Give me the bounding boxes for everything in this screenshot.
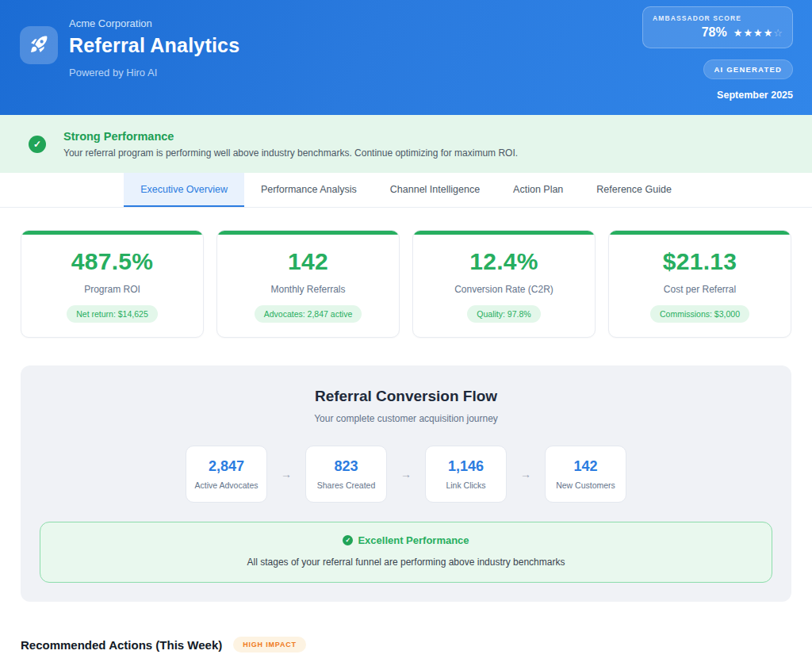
metric-label: Monthly Referrals <box>217 284 399 295</box>
arrow-right-icon: → <box>277 468 296 480</box>
tab-action-plan[interactable]: Action Plan <box>496 173 580 207</box>
star-filled-icon: ★ <box>733 28 743 38</box>
conversion-flow-section: Referral Conversion Flow Your complete c… <box>21 365 791 602</box>
flow-step-active-advocates: 2,847 Active Advocates <box>186 446 267 503</box>
flow-step-value: 2,847 <box>209 458 244 475</box>
arrow-right-icon: → <box>396 468 416 480</box>
status-banner-description: Your referral program is performing well… <box>63 147 518 159</box>
ai-generated-badge: AI GENERATED <box>703 59 793 79</box>
status-banner: ✓ Strong Performance Your referral progr… <box>0 115 812 173</box>
tab-bar: Executive Overview Performance Analysis … <box>0 173 812 208</box>
star-filled-icon: ★ <box>764 28 773 38</box>
performance-callout: ✓ Excellent Performance All stages of yo… <box>40 522 772 583</box>
rocket-icon <box>29 34 49 57</box>
metric-label: Program ROI <box>21 284 203 295</box>
callout-description: All stages of your referral funnel are p… <box>56 557 756 568</box>
metric-label: Conversion Rate (C2R) <box>413 284 595 295</box>
tab-performance-analysis[interactable]: Performance Analysis <box>244 173 373 207</box>
metric-accent-bar <box>21 231 203 235</box>
star-rating: ★★★★☆ <box>733 28 783 38</box>
tab-reference-guide[interactable]: Reference Guide <box>580 173 688 207</box>
flow-step-new-customers: 142 New Customers <box>545 446 626 503</box>
star-filled-icon: ★ <box>753 28 763 38</box>
flow-step-value: 1,146 <box>448 458 484 475</box>
metric-value: $21.13 <box>609 248 791 275</box>
metric-card-cost-per-referral: $21.13 Cost per Referral Commissions: $3… <box>608 230 791 338</box>
flow-step-value: 823 <box>334 458 358 475</box>
flow-step-label: Shares Created <box>317 480 376 490</box>
star-outline-icon: ☆ <box>773 28 783 38</box>
conversion-flow-title: Referral Conversion Flow <box>40 388 772 405</box>
status-banner-title: Strong Performance <box>63 130 518 143</box>
metric-card-conversion-rate: 12.4% Conversion Rate (C2R) Quality: 97.… <box>412 230 596 338</box>
flow-step-shares-created: 823 Shares Created <box>305 446 387 503</box>
check-circle-icon: ✓ <box>29 136 46 153</box>
metric-accent-bar <box>217 231 399 235</box>
conversion-flow-subtitle: Your complete customer acquisition journ… <box>40 413 772 424</box>
callout-title: Excellent Performance <box>358 534 469 546</box>
tab-channel-intelligence[interactable]: Channel Intelligence <box>373 173 496 207</box>
metric-label: Cost per Referral <box>609 284 791 295</box>
metric-accent-bar <box>413 231 595 235</box>
page-title: Referral Analytics <box>69 34 239 57</box>
metric-badge: Commissions: $3,000 <box>650 305 749 323</box>
check-icon: ✓ <box>343 535 353 545</box>
metric-cards-row: 487.5% Program ROI Net return: $14,625 1… <box>0 208 812 338</box>
flow-step-label: Active Advocates <box>195 480 259 490</box>
metric-badge: Net return: $14,625 <box>67 305 157 323</box>
metric-card-monthly-referrals: 142 Monthly Referrals Advocates: 2,847 a… <box>216 230 400 338</box>
flow-step-value: 142 <box>573 458 597 475</box>
arrow-right-icon: → <box>516 468 535 480</box>
metric-value: 12.4% <box>413 248 595 275</box>
metric-accent-bar <box>609 231 791 235</box>
metric-value: 142 <box>217 248 399 275</box>
ambassador-score-label: AMBASSADOR SCORE <box>653 14 783 22</box>
metric-value: 487.5% <box>21 248 203 275</box>
powered-by: Powered by Hiro AI <box>69 67 239 78</box>
ambassador-score-card: AMBASSADOR SCORE 78% ★★★★☆ <box>642 6 793 48</box>
star-filled-icon: ★ <box>743 28 753 38</box>
report-date: September 2025 <box>717 90 793 101</box>
flow-step-label: New Customers <box>556 480 615 490</box>
company-name: Acme Corporation <box>69 17 239 29</box>
flow-step-label: Link Clicks <box>446 480 485 490</box>
conversion-flow-steps: 2,847 Active Advocates → 823 Shares Crea… <box>40 446 772 503</box>
tab-executive-overview[interactable]: Executive Overview <box>124 173 244 207</box>
metric-card-program-roi: 487.5% Program ROI Net return: $14,625 <box>21 230 204 338</box>
app-header: Acme Corporation Referral Analytics Powe… <box>0 0 812 115</box>
flow-step-link-clicks: 1,146 Link Clicks <box>425 446 507 503</box>
ambassador-score-value: 78% <box>702 25 727 40</box>
metric-badge: Quality: 97.8% <box>467 305 540 323</box>
app-logo <box>20 26 58 64</box>
recommended-actions-title: Recommended Actions (This Week) <box>21 638 222 652</box>
high-impact-badge: HIGH IMPACT <box>233 637 306 652</box>
metric-badge: Advocates: 2,847 active <box>255 305 362 323</box>
